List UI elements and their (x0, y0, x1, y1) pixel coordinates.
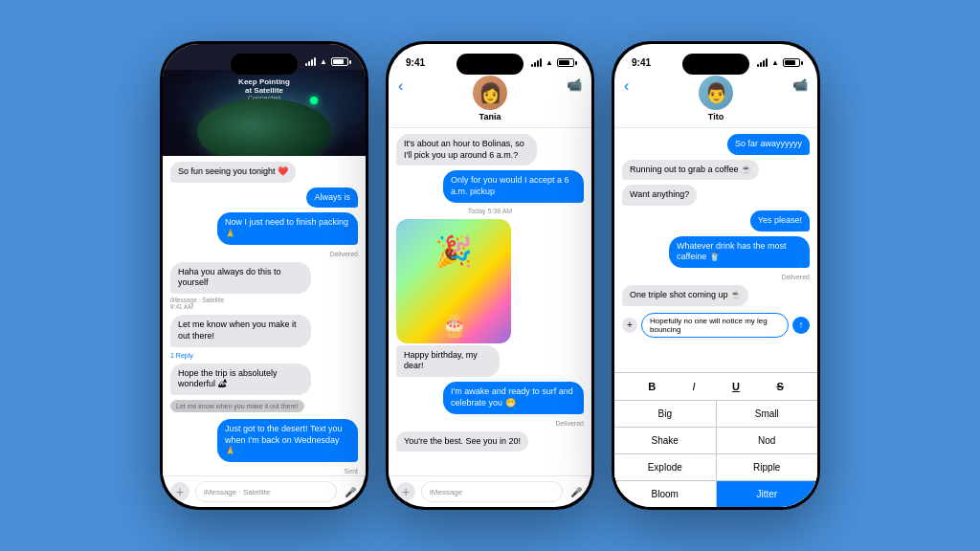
input-bar-2: + iMessage 🎤 (389, 475, 591, 507)
effect-ripple[interactable]: Ripple (717, 454, 818, 480)
phone-2: 9:41 ▲ ‹ 📹 👩 Tania It's about an hour to (386, 41, 594, 510)
video-button-2[interactable]: 📹 (567, 77, 582, 92)
msg-bubble: Haha you always do this to yourself (170, 262, 311, 294)
battery-icon-2 (557, 58, 574, 67)
video-button-3[interactable]: 📹 (792, 77, 808, 92)
contact-header-2: ‹ 📹 👩 Tania (389, 72, 591, 128)
battery-icon-1 (331, 57, 348, 66)
messages-area-2: It's about an hour to Bolinas, so I'll p… (389, 128, 591, 475)
msg-bubble: You're the best. See you in 20! (396, 431, 528, 452)
msg-bubble: Let me know when you make it out there! (170, 315, 311, 346)
wifi-icon-3: ▲ (771, 58, 779, 67)
mic-button-2[interactable]: 🎤 (568, 484, 584, 499)
add-button-2[interactable]: + (396, 482, 415, 501)
effect-nod[interactable]: Nod (717, 428, 818, 453)
msg-bubble: Running out to grab a coffee ☕ (622, 160, 759, 181)
signal-icon-3 (757, 59, 768, 67)
header-subtitle-1: at Satellite (238, 86, 290, 95)
underline-button[interactable]: U (726, 379, 746, 394)
bold-button[interactable]: B (642, 379, 661, 394)
effects-grid: Big Small Shake Nod Explode Ripple Bloom… (614, 401, 817, 507)
msg-delivered-label-2: Delivered (555, 420, 584, 427)
effect-bloom[interactable]: Bloom (614, 481, 716, 507)
add-compose-btn[interactable]: + (622, 318, 637, 333)
birthday-message: 🎉 🎂 Happy birthday, my dear! (396, 219, 511, 377)
time-3: 9:41 (632, 57, 651, 68)
messages-area-3: So far awayyyyyy Running out to grab a c… (614, 128, 817, 372)
msg-bubble: I'm awake and ready to surf and celebrat… (443, 382, 584, 413)
status-icons-2: ▲ (531, 58, 574, 67)
date-label: Today 5:38 AM (468, 208, 512, 214)
contact-name-3[interactable]: Tito (708, 112, 724, 121)
effect-explode[interactable]: Explode (614, 454, 716, 480)
formatting-row: B I U S (614, 373, 817, 401)
effect-small[interactable]: Small (717, 401, 818, 427)
msg-bubble: It's about an hour to Bolinas, so I'll p… (396, 134, 537, 165)
signal-icon-2 (531, 59, 542, 67)
input-bar-1: + iMessage · Satellite 🎤 (163, 475, 366, 507)
phone-3: 9:41 ▲ ‹ 📹 👨 Tito So far awayyyyyy (612, 41, 820, 510)
compose-field[interactable]: Hopefully no one will notice my leg boun… (641, 313, 789, 338)
msg-bubble: Yes please! (750, 210, 810, 231)
msg-bubble: One triple shot coming up ☕ (622, 285, 748, 306)
msg-bubble: Only for you would I accept a 6 a.m. pic… (443, 170, 584, 202)
dynamic-island-2 (457, 54, 523, 75)
quoted-message: Let me know when you make it out there! (170, 400, 304, 412)
message-input-1[interactable]: iMessage · Satellite (195, 481, 337, 502)
effect-shake[interactable]: Shake (614, 428, 716, 453)
reply-label[interactable]: 1 Reply (170, 352, 193, 359)
contact-header-3: ‹ 📹 👨 Tito (614, 72, 817, 128)
msg-delivered-label: Delivered (329, 251, 358, 257)
msg-bubble: Happy birthday, my dear! (396, 345, 500, 377)
msg-bubble: Now I just need to finish packing 🙏 (217, 212, 358, 244)
dynamic-island-3 (682, 54, 749, 75)
battery-icon-3 (783, 58, 800, 67)
status-icons-3: ▲ (757, 58, 800, 67)
phone-1: ▲ Keep Pointing at Satellite Connected S… (160, 41, 368, 510)
dynamic-island-1 (231, 54, 298, 75)
header-title-1: Keep Pointing (238, 77, 290, 86)
effect-jitter[interactable]: Jitter (717, 481, 818, 507)
msg-bubble: So far awayyyyyy (727, 134, 810, 155)
back-button-3[interactable]: ‹ (624, 77, 629, 95)
msg-sublabel: iMessage · Satellite8:41 AM (170, 297, 224, 310)
effects-panel: B I U S Big Small Shake Nod Explode Ripp… (614, 372, 817, 507)
input-placeholder-1: iMessage · Satellite (204, 488, 270, 496)
add-button-1[interactable]: + (170, 482, 189, 501)
status-icons-1: ▲ (305, 57, 348, 66)
msg-sent-label: Sent (345, 468, 358, 474)
satellite-dot (310, 97, 318, 104)
messages-area-1: So fun seeing you tonight ❤️ Always is N… (163, 156, 366, 475)
compose-row: + Hopefully no one will notice my leg bo… (622, 313, 810, 338)
msg-bubble: So fun seeing you tonight ❤️ (170, 162, 296, 183)
strikethrough-button[interactable]: S (770, 379, 789, 394)
message-input-2[interactable]: iMessage (421, 481, 563, 502)
wifi-icon-2: ▲ (546, 58, 553, 67)
msg-bubble: Always is (306, 187, 358, 209)
msg-delivered-label-3: Delivered (781, 274, 810, 280)
mic-button-1[interactable]: 🎤 (343, 484, 358, 499)
contact-name-2[interactable]: Tania (479, 112, 501, 121)
time-2: 9:41 (406, 57, 425, 68)
birthday-image: 🎉 🎂 (396, 219, 511, 343)
msg-bubble: Just got to the desert! Text you when I'… (217, 419, 358, 462)
msg-bubble: Hope the trip is absolutely wonderful 🏕 (170, 364, 311, 395)
input-placeholder-2: iMessage (430, 488, 462, 496)
back-button-2[interactable]: ‹ (398, 77, 403, 95)
effect-big[interactable]: Big (614, 401, 716, 427)
satellite-header: Keep Pointing at Satellite Connected (163, 70, 366, 156)
italic-button[interactable]: I (687, 379, 702, 394)
avatar-2: 👩 (473, 76, 507, 110)
wifi-icon-1: ▲ (320, 57, 327, 66)
msg-bubble: Whatever drink has the most caffeine 🥤 (669, 236, 810, 268)
signal-icon-1 (305, 58, 316, 66)
avatar-3: 👨 (699, 76, 733, 110)
msg-bubble: Want anything? (622, 185, 697, 206)
send-button-3[interactable]: ↑ (792, 317, 810, 334)
